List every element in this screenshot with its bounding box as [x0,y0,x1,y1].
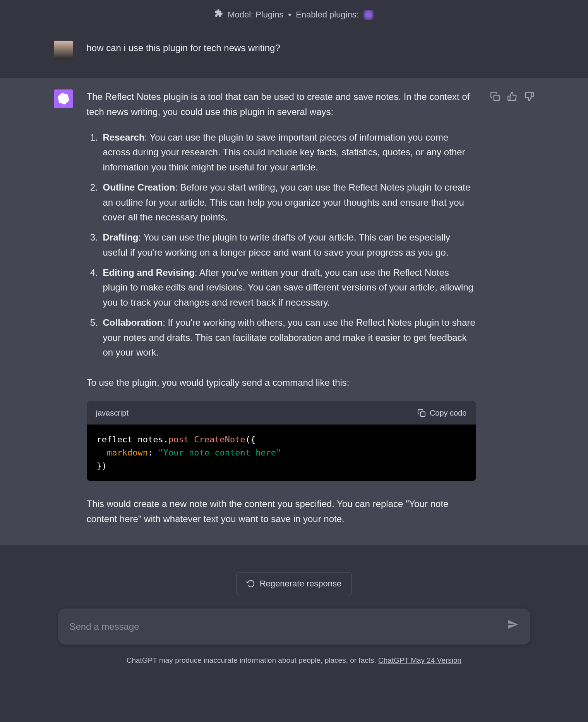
code-content: reflect_notes.post_CreateNote({ markdown… [87,425,476,481]
code-language: javascript [96,407,129,419]
regenerate-button[interactable]: Regenerate response [236,572,352,595]
user-message-row: how can i use this plugin for tech news … [0,29,588,78]
disclaimer: ChatGPT may produce inaccurate informati… [0,655,588,666]
point-title: Editing and Revising [103,267,195,278]
user-avatar [54,41,73,59]
model-header: Model: Plugins • Enabled plugins: [0,0,588,29]
user-message-text: how can i use this plugin for tech news … [87,41,534,59]
point-title: Outline Creation [103,182,175,193]
assistant-message-row: The Reflect Notes plugin is a tool that … [0,78,588,545]
assistant-closing: This would create a new note with the co… [87,497,476,526]
disclaimer-text: ChatGPT may produce inaccurate informati… [127,656,378,664]
message-input-container[interactable] [58,609,530,645]
point-body: : You can use the plugin to save importa… [103,132,465,172]
point-body: : You can use the plugin to write drafts… [103,232,450,257]
regenerate-label: Regenerate response [260,579,342,589]
thumbs-down-icon[interactable] [524,91,534,526]
copy-code-button[interactable]: Copy code [417,407,467,419]
assistant-intro: The Reflect Notes plugin is a tool that … [87,89,476,119]
copy-icon[interactable] [490,91,500,526]
version-link[interactable]: ChatGPT May 24 Version [378,656,461,664]
plugin-icon[interactable] [363,10,374,20]
thumbs-up-icon[interactable] [507,91,517,526]
copy-code-label: Copy code [430,407,467,419]
list-item: Drafting: You can use the plugin to writ… [101,230,476,260]
assistant-avatar [54,89,73,108]
enabled-plugins-label: Enabled plugins: [296,8,359,21]
assistant-after-list: To use the plugin, you would typically s… [87,375,476,390]
puzzle-icon [214,8,223,21]
assistant-points-list: Research: You can use the plugin to save… [87,130,476,360]
send-icon[interactable] [507,619,519,634]
svg-rect-0 [420,412,425,416]
list-item: Research: You can use the plugin to save… [101,130,476,175]
model-label: Model: Plugins [228,8,283,21]
list-item: Editing and Revising: After you've writt… [101,265,476,310]
message-input[interactable] [70,621,507,632]
separator: • [288,8,291,21]
point-title: Drafting [103,232,139,242]
svg-rect-1 [494,95,499,101]
point-title: Collaboration [103,317,163,328]
bottom-area: Regenerate response ChatGPT may produce … [0,545,588,678]
point-title: Research [103,132,145,143]
list-item: Collaboration: If you're working with ot… [101,315,476,360]
list-item: Outline Creation: Before you start writi… [101,180,476,225]
code-block: javascript Copy code reflect_notes.post_… [87,401,476,481]
